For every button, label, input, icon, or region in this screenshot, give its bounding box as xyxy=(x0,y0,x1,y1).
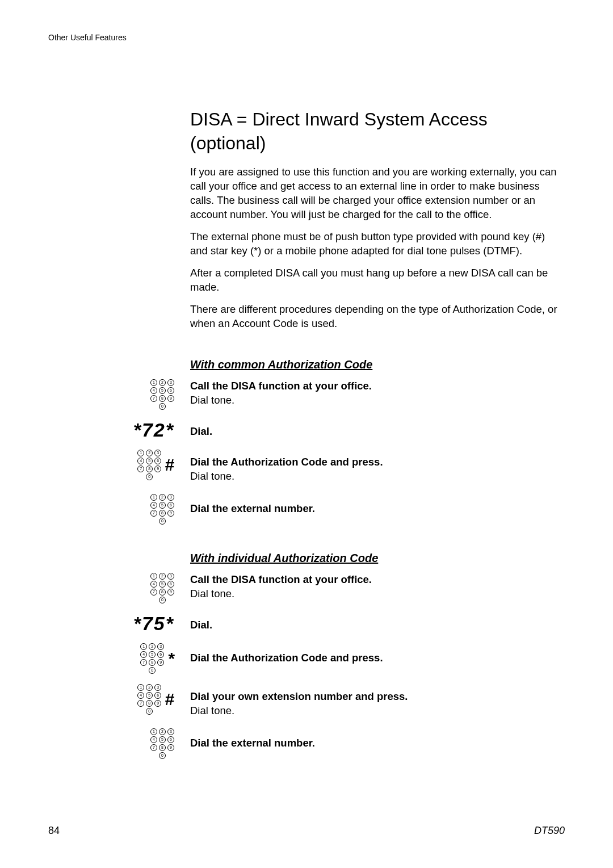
keypad-icon: 123 456 789 0 xyxy=(116,573,190,603)
step-instruction: Dial the Authorization Code and press. xyxy=(190,455,565,469)
step-instruction: Call the DISA function at your office. xyxy=(190,379,565,393)
individual-auth-heading: With individual Authorization Code xyxy=(190,552,565,565)
page-title: DISA = Direct Inward System Access (opti… xyxy=(190,108,565,155)
dial-code: *75* xyxy=(133,614,174,633)
keypad-hash-icon: 123 456 789 0 # xyxy=(116,450,190,480)
dial-code-icon: *75* xyxy=(116,614,190,633)
intro-para-1: If you are assigned to use this function… xyxy=(190,165,565,222)
step-instruction: Dial the Authorization Code and press. xyxy=(190,651,565,665)
step-instruction: Dial. xyxy=(190,425,565,439)
section-header: Other Useful Features xyxy=(48,33,127,42)
step-note: Dial tone. xyxy=(190,704,565,718)
hash-symbol: # xyxy=(165,455,174,475)
step-row: *72* Dial. xyxy=(190,420,565,439)
keypad-icon: 123 456 789 0 xyxy=(116,379,190,410)
hash-symbol: # xyxy=(165,690,174,709)
intro-para-4: There are different procedures depending… xyxy=(190,303,565,331)
step-note: Dial tone. xyxy=(190,469,565,484)
keypad-icon: 123 456 789 0 xyxy=(116,728,190,759)
keypad-hash-icon: 123 456 789 0 # xyxy=(116,684,190,715)
keypad-icon: 123 456 789 0 xyxy=(116,494,190,525)
step-instruction: Dial. xyxy=(190,618,565,632)
step-row: 123 456 789 0 Dial the external number. xyxy=(190,494,565,525)
step-row: 123 456 789 0 Dial the external number. xyxy=(190,728,565,759)
step-row: 123 456 789 0 # Dial your own extension … xyxy=(190,684,565,718)
step-row: 123 456 789 0 Call the DISA function at … xyxy=(190,573,565,603)
step-instruction: Call the DISA function at your office. xyxy=(190,573,565,587)
dial-code: *72* xyxy=(133,420,174,439)
step-note: Dial tone. xyxy=(190,587,565,601)
step-row: 123 456 789 0 Call the DISA function at … xyxy=(190,379,565,410)
keypad-star-icon: 123 456 789 0 * xyxy=(116,643,190,674)
step-row: *75* Dial. xyxy=(190,614,565,633)
step-instruction: Dial the external number. xyxy=(190,736,565,750)
common-auth-heading: With common Authorization Code xyxy=(190,358,565,371)
model-label: DT590 xyxy=(534,825,565,837)
main-content: DISA = Direct Inward System Access (opti… xyxy=(190,108,565,769)
step-row: 123 456 789 0 * Dial the Authorization C… xyxy=(190,643,565,674)
step-row: 123 456 789 0 # Dial the Authorization C… xyxy=(190,450,565,484)
intro-para-2: The external phone must be of push butto… xyxy=(190,230,565,258)
intro-para-3: After a completed DISA call you must han… xyxy=(190,266,565,295)
step-note: Dial tone. xyxy=(190,393,565,408)
star-symbol: * xyxy=(167,649,174,668)
dial-code-icon: *72* xyxy=(116,420,190,439)
step-instruction: Dial the external number. xyxy=(190,502,565,516)
step-instruction: Dial your own extension number and press… xyxy=(190,690,565,704)
page-number: 84 xyxy=(48,825,60,837)
page-footer: 84 DT590 xyxy=(48,825,565,837)
